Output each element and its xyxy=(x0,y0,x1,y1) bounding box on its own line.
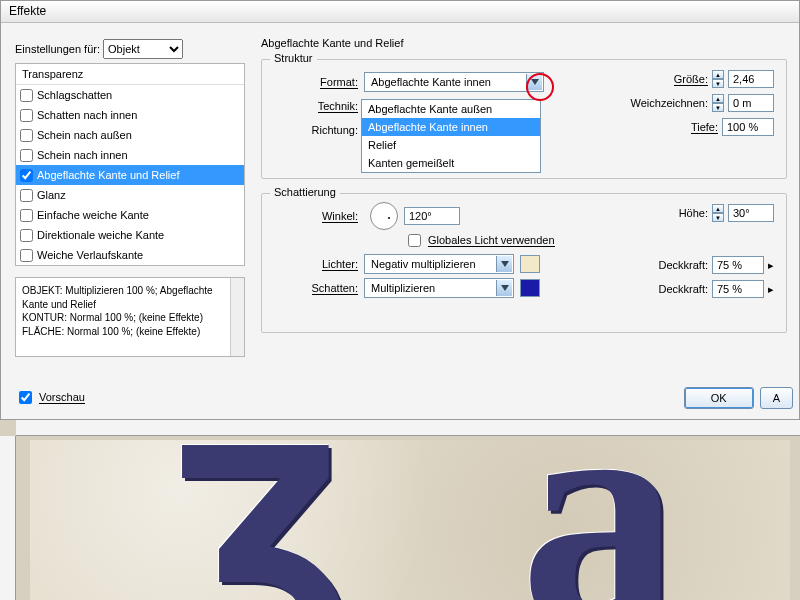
struktur-legend: Struktur xyxy=(270,52,317,64)
list-item[interactable]: Abgeflachte Kante und Relief xyxy=(16,165,244,185)
schattierung-fieldset: Schattierung Winkel: 120° Höhe: ▲▼ 30° G… xyxy=(261,193,787,333)
weichzeichnen-label: Weichzeichnen: xyxy=(631,97,708,109)
list-item[interactable]: Einfache weiche Kante xyxy=(16,205,244,225)
effect-label: Direktionale weiche Kante xyxy=(37,229,164,241)
deckkraft1-input[interactable]: 75 % xyxy=(712,256,764,274)
format-dropdown[interactable]: Abgeflachte Kante außen Abgeflachte Kant… xyxy=(361,99,541,173)
list-item[interactable]: Direktionale weiche Kante xyxy=(16,225,244,245)
list-item[interactable]: Schlagschatten xyxy=(16,85,244,105)
chevron-right-icon[interactable]: ▸ xyxy=(768,283,774,296)
dropdown-item[interactable]: Kanten gemeißelt xyxy=(362,154,540,172)
effect-checkbox[interactable] xyxy=(20,149,33,162)
artwork-preview: ʒ a xyxy=(30,440,790,600)
preview-row: Vorschau xyxy=(15,388,85,407)
ok-button[interactable]: OK xyxy=(684,387,754,409)
chevron-right-icon[interactable]: ▸ xyxy=(768,259,774,272)
cancel-button[interactable]: A xyxy=(760,387,793,409)
effect-label: Einfache weiche Kante xyxy=(37,209,149,221)
effect-checkbox[interactable] xyxy=(20,109,33,122)
tiefe-input[interactable]: 100 % xyxy=(722,118,774,136)
titlebar: Effekte xyxy=(1,1,799,23)
list-item[interactable]: Schatten nach innen xyxy=(16,105,244,125)
global-light-checkbox[interactable] xyxy=(408,234,421,247)
schatten-combo[interactable]: Multiplizieren xyxy=(364,278,514,298)
global-light-label: Globales Licht verwenden xyxy=(428,234,555,247)
chevron-down-icon[interactable] xyxy=(526,74,542,90)
effect-label: Weiche Verlaufskante xyxy=(37,249,143,261)
document-canvas[interactable]: ʒ a xyxy=(0,420,800,600)
effect-checkbox[interactable] xyxy=(20,189,33,202)
list-item[interactable]: Schein nach innen xyxy=(16,145,244,165)
spinner[interactable]: ▲▼ xyxy=(712,204,724,222)
vertical-ruler xyxy=(0,436,16,600)
dropdown-item[interactable]: Abgeflachte Kante außen xyxy=(362,100,540,118)
technik-label: Technik: xyxy=(318,100,358,113)
format-combo[interactable]: Abgeflachte Kante innen xyxy=(364,72,544,92)
preview-checkbox[interactable] xyxy=(19,391,32,404)
lichter-label: Lichter: xyxy=(322,258,358,271)
scrollbar[interactable] xyxy=(230,278,244,356)
richtung-label: Richtung: xyxy=(312,124,358,136)
panel-title: Abgeflachte Kante und Relief xyxy=(261,37,404,49)
schattierung-legend: Schattierung xyxy=(270,186,340,198)
dropdown-item[interactable]: Abgeflachte Kante innen xyxy=(362,118,540,136)
effects-dialog: Effekte Einstellungen für: Objekt Transp… xyxy=(0,0,800,420)
format-value: Abgeflachte Kante innen xyxy=(371,76,491,88)
deckkraft2-input[interactable]: 75 % xyxy=(712,280,764,298)
lichter-swatch[interactable] xyxy=(520,255,540,273)
glyph-shape: a xyxy=(520,420,680,600)
format-label: Format: xyxy=(320,76,358,89)
list-item[interactable]: Weiche Verlaufskante xyxy=(16,245,244,265)
horizontal-ruler xyxy=(16,420,800,436)
effect-checkbox[interactable] xyxy=(20,169,33,182)
chevron-down-icon[interactable] xyxy=(496,256,512,272)
spinner[interactable]: ▲▼ xyxy=(712,94,724,112)
winkel-label: Winkel: xyxy=(322,210,358,223)
effect-checkbox[interactable] xyxy=(20,89,33,102)
groesse-label: Größe: xyxy=(674,73,708,86)
effect-checkbox[interactable] xyxy=(20,129,33,142)
hoehe-input[interactable]: 30° xyxy=(728,204,774,222)
winkel-input[interactable]: 120° xyxy=(404,207,460,225)
list-item[interactable]: Glanz xyxy=(16,185,244,205)
weichzeichnen-input[interactable]: 0 m xyxy=(728,94,774,112)
dialog-buttons: OK A xyxy=(684,387,793,409)
groesse-input[interactable]: 2,46 xyxy=(728,70,774,88)
dropdown-item[interactable]: Relief xyxy=(362,136,540,154)
effect-label: Schlagschatten xyxy=(37,89,112,101)
schatten-label: Schatten: xyxy=(312,282,358,295)
settings-for-select[interactable]: Objekt xyxy=(103,39,183,59)
object-summary-box: OBJEKT: Multiplizieren 100 %; Abgeflacht… xyxy=(15,277,245,357)
spinner[interactable]: ▲▼ xyxy=(712,70,724,88)
glyph-shape: ʒ xyxy=(170,420,355,600)
lichter-combo[interactable]: Negativ multiplizieren xyxy=(364,254,514,274)
hoehe-label: Höhe: xyxy=(679,207,708,219)
settings-for-label: Einstellungen für: xyxy=(15,43,100,55)
effect-checkbox[interactable] xyxy=(20,229,33,242)
schatten-swatch[interactable] xyxy=(520,279,540,297)
effect-label: Glanz xyxy=(37,189,66,201)
effect-label: Abgeflachte Kante und Relief xyxy=(37,169,180,181)
tiefe-label: Tiefe: xyxy=(691,121,718,134)
summary-line: FLÄCHE: Normal 100 %; (keine Effekte) xyxy=(22,325,238,339)
window-title: Effekte xyxy=(9,4,46,18)
effect-label: Schein nach innen xyxy=(37,149,128,161)
summary-line: OBJEKT: Multiplizieren 100 %; Abgeflacht… xyxy=(22,284,238,311)
chevron-down-icon[interactable] xyxy=(496,280,512,296)
preview-label: Vorschau xyxy=(39,391,85,404)
effects-list-header[interactable]: Transparenz xyxy=(16,64,244,85)
summary-line: KONTUR: Normal 100 %; (keine Effekte) xyxy=(22,311,238,325)
angle-dial[interactable] xyxy=(370,202,398,230)
deckkraft-label: Deckkraft: xyxy=(658,259,708,271)
list-item[interactable]: Schein nach außen xyxy=(16,125,244,145)
effects-list: Transparenz Schlagschatten Schatten nach… xyxy=(15,63,245,266)
effect-checkbox[interactable] xyxy=(20,249,33,262)
effect-label: Schein nach außen xyxy=(37,129,132,141)
effect-label: Schatten nach innen xyxy=(37,109,137,121)
deckkraft-label: Deckkraft: xyxy=(658,283,708,295)
effect-checkbox[interactable] xyxy=(20,209,33,222)
